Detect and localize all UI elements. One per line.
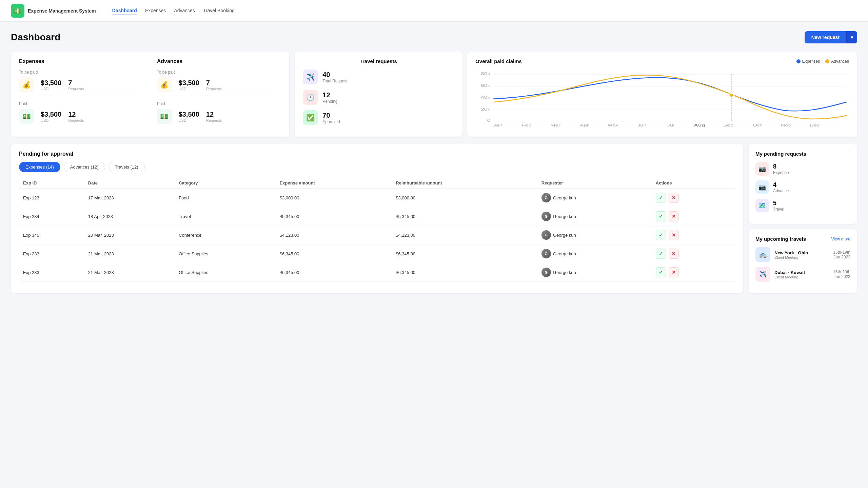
requester-name: George kun <box>553 251 576 256</box>
advances-to-be-paid-icon: 💰 <box>157 77 172 92</box>
legend-expenses-dot <box>796 59 801 63</box>
reject-button[interactable]: ✕ <box>669 230 679 240</box>
cell-category: Office Supplies <box>175 245 276 263</box>
approve-button[interactable]: ✓ <box>656 249 666 259</box>
advances-paid-icon: 💵 <box>157 109 172 124</box>
svg-text:Dec: Dec <box>810 123 820 127</box>
expenses-to-be-paid-icon: 💰 <box>19 77 34 92</box>
table-row: Exp 345 20 Mar, 2023 Conference $4,123.0… <box>19 226 735 245</box>
expenses-section: Expenses To be paid 💰 $3,500 USD 7 Reque… <box>19 58 150 131</box>
cell-date: 17 Mar, 2023 <box>84 189 175 207</box>
pending-approval-card: Pending for approval Expenses (14) Advan… <box>11 144 743 293</box>
approve-button[interactable]: ✓ <box>656 267 666 277</box>
pending-expense-count: 8 <box>773 163 789 170</box>
advances-to-be-paid-currency: USD <box>179 87 199 91</box>
reject-button[interactable]: ✕ <box>669 193 679 203</box>
col-expense-amount: Expense amount <box>276 178 392 189</box>
cell-reimbursable: $5,345.00 <box>392 207 537 226</box>
expenses-paid-req-label: Requests <box>68 118 84 122</box>
upcoming-travel-0-icon: 🚌 <box>755 247 770 262</box>
tab-travels[interactable]: Travels (12) <box>108 162 145 172</box>
travel-card-title: Travel requests <box>303 58 454 64</box>
view-more-link[interactable]: View more <box>831 237 850 241</box>
nav-advances[interactable]: Advances <box>174 6 195 15</box>
upcoming-travel-1-date-range: 16th-19th <box>833 270 850 274</box>
cell-date: 18 Apr, 2023 <box>84 207 175 226</box>
cell-exp-id: Exp 233 <box>19 263 84 282</box>
tab-expenses[interactable]: Expenses (14) <box>19 162 60 172</box>
upcoming-travel-1-info: Dubai - Kuwait Client Meeting <box>774 270 829 279</box>
chart-legend: Expenses Advances <box>796 59 849 64</box>
svg-text:80k: 80k <box>481 72 491 76</box>
my-pending-requests-card: My pending requests 📷 8 Expense 📷 4 Adva… <box>749 144 857 224</box>
upcoming-travel-1: ✈️ Dubai - Kuwait Client Meeting 16th-19… <box>755 267 850 282</box>
approve-button[interactable]: ✓ <box>656 230 666 240</box>
svg-text:Jun: Jun <box>637 123 647 127</box>
cell-date: 21 Mar, 2023 <box>84 245 175 263</box>
upcoming-travel-0-period: Jun 2023 <box>833 255 850 259</box>
nav-dashboard[interactable]: Dashboard <box>112 6 137 15</box>
approve-button[interactable]: ✓ <box>656 193 666 203</box>
requester-avatar: G <box>541 193 551 202</box>
travel-pending-info: 12 Pending <box>322 91 337 104</box>
table-row: Exp 123 17 Mar, 2023 Food $3,000.00 $3,0… <box>19 189 735 207</box>
expenses-to-be-paid-count: 7 <box>68 79 84 87</box>
cell-category: Travel <box>175 207 276 226</box>
col-exp-id: Exp ID <box>19 178 84 189</box>
travel-approved-item: ✅ 70 Approved <box>303 110 454 125</box>
travel-pending-count: 12 <box>322 91 337 99</box>
approve-button[interactable]: ✓ <box>656 211 666 221</box>
upcoming-travel-1-dates: 16th-19th Jun 2023 <box>833 270 850 279</box>
logo-area: 💵 Expense Management System <box>11 4 96 18</box>
advances-to-be-paid-label: To be paid <box>157 70 281 75</box>
reject-button[interactable]: ✕ <box>669 211 679 221</box>
new-request-dropdown-arrow[interactable]: ▾ <box>846 31 857 43</box>
expenses-paid-row: 💵 $3,500 USD 12 Requests <box>19 109 143 124</box>
reject-button[interactable]: ✕ <box>669 267 679 277</box>
expenses-paid-icon: 💵 <box>19 109 34 124</box>
pending-travel-icon: 🗺️ <box>755 199 769 212</box>
cell-reimbursable: $6,345.00 <box>392 245 537 263</box>
cell-date: 21 Mar, 2023 <box>84 263 175 282</box>
cell-exp-id: Exp 233 <box>19 245 84 263</box>
col-requester: Requester <box>537 178 652 189</box>
legend-advances-label: Advances <box>831 59 849 64</box>
advances-to-be-paid: To be paid 💰 $3,500 USD 7 Requests <box>157 70 281 92</box>
legend-expenses-label: Expenses <box>802 59 820 64</box>
cell-date: 20 Mar, 2023 <box>84 226 175 245</box>
requester-name: George kun <box>553 233 576 238</box>
svg-text:May: May <box>608 123 619 127</box>
nav-expenses[interactable]: Expenses <box>145 6 166 15</box>
expenses-to-be-paid-req-label: Requests <box>68 87 84 91</box>
expenses-to-be-paid-amount: $3,500 <box>41 79 61 87</box>
page-title: Dashboard <box>11 32 60 43</box>
cell-requester: G George kun <box>537 245 652 263</box>
advances-to-be-paid-row: 💰 $3,500 USD 7 Requests <box>157 77 281 92</box>
pending-travel-item: 🗺️ 5 Travel <box>755 199 850 212</box>
legend-expenses: Expenses <box>796 59 820 64</box>
chart-card: Overall paid claims Expenses Advances 80… <box>467 52 857 137</box>
expenses-paid-count: 12 <box>68 111 84 118</box>
expenses-paid-amount: $3,500 <box>41 111 61 118</box>
travel-total-icon: ✈️ <box>303 70 318 84</box>
chart-svg: 80k 60k 40k 20k 0 Jan <box>475 68 849 129</box>
tab-advances[interactable]: Advances (12) <box>64 162 105 172</box>
advances-paid-count: 12 <box>206 111 222 118</box>
expenses-paid-currency: USD <box>41 118 61 122</box>
new-request-label: New request <box>805 31 846 43</box>
advances-paid-amount: $3,500 <box>179 111 199 118</box>
svg-text:0: 0 <box>487 118 491 122</box>
svg-text:Mar: Mar <box>550 123 560 127</box>
main-nav: Dashboard Expenses Advances Travel Booki… <box>112 6 235 15</box>
pending-tabs: Expenses (14) Advances (12) Travels (12) <box>19 162 735 172</box>
cell-category: Conference <box>175 226 276 245</box>
reject-button[interactable]: ✕ <box>669 249 679 259</box>
expenses-to-be-paid-req: 7 Requests <box>68 79 84 91</box>
nav-travel-booking[interactable]: Travel Booking <box>203 6 235 15</box>
upcoming-travel-0-route: New York - Ohio <box>774 250 829 255</box>
pending-travel-info: 5 Travel <box>773 200 784 212</box>
expenses-to-be-paid-currency: USD <box>41 87 61 91</box>
cell-reimbursable: $3,000.00 <box>392 189 537 207</box>
new-request-button[interactable]: New request ▾ <box>805 31 857 43</box>
upcoming-header: My upcoming travels View more <box>755 236 850 242</box>
